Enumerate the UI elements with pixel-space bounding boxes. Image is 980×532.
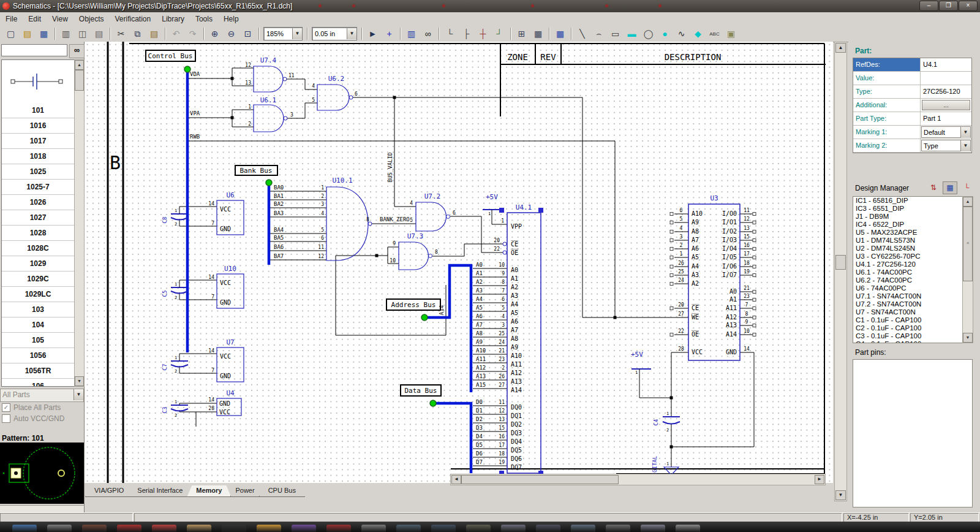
part-field-dropdown[interactable]: Default▼	[921, 126, 971, 138]
sidebar-item-1025-7[interactable]: 1025-7	[2, 180, 74, 195]
sidebar-item-1056TR[interactable]: 1056TR	[2, 363, 74, 379]
parts-filter-dropdown[interactable]: All Parts ▼	[0, 389, 84, 402]
search-input[interactable]	[1, 44, 67, 56]
taskbar-app-icon[interactable]	[606, 525, 630, 532]
design-manager-item[interactable]: U6.1 - 74AC00PC	[853, 268, 963, 276]
components-view-icon[interactable]: ▦	[943, 181, 957, 194]
table-button[interactable]: ▦	[552, 26, 568, 41]
schematic-canvas[interactable]: BZONEREVDESCRIPTIONControl BusBank BusAd…	[85, 42, 833, 483]
taskbar-app-icon[interactable]	[466, 525, 491, 532]
place-all-parts-checkbox[interactable]: ✓	[2, 403, 10, 412]
print-button[interactable]: ▥	[58, 26, 74, 41]
part-field-value[interactable]	[921, 72, 971, 85]
select-button[interactable]: ►	[365, 26, 380, 41]
sidebar-item-1027[interactable]: 1027	[2, 210, 74, 226]
place-bus-connection-button[interactable]: ┼	[475, 26, 491, 41]
taskbar-app-icon[interactable]	[187, 525, 211, 532]
menu-item-tools[interactable]: Tools	[190, 13, 218, 25]
scroll-right-icon[interactable]: ►	[815, 475, 824, 484]
tab-memory[interactable]: Memory	[187, 485, 231, 497]
open-button[interactable]: ▤	[20, 26, 35, 41]
chevron-down-icon[interactable]: ▼	[960, 127, 970, 138]
taskbar-app-icon[interactable]	[152, 525, 176, 532]
undo-button[interactable]: ↶	[168, 26, 184, 41]
taskbar-app-icon[interactable]	[396, 525, 421, 532]
symbols[interactable]	[146, 50, 756, 476]
taskbar-app-icon[interactable]	[292, 525, 316, 532]
scroll-up-icon[interactable]: ▲	[835, 43, 846, 53]
tab-cpu-bus[interactable]: CPU Bus	[259, 485, 305, 497]
scroll-down-icon[interactable]: ▼	[75, 376, 84, 386]
copy-button[interactable]: ⧉	[130, 26, 145, 41]
sidebar-item-104[interactable]: 104	[2, 317, 74, 333]
filled-rectangle-button[interactable]: ▬	[624, 26, 639, 41]
preview-button[interactable]: ◫	[75, 26, 90, 41]
menu-item-edit[interactable]: Edit	[23, 13, 47, 25]
part-field-value[interactable]: 27C256-120	[921, 85, 971, 98]
new-button[interactable]: ▢	[3, 26, 18, 41]
design-manager-item[interactable]: C4 - 0.1uF - CAP100	[853, 340, 963, 343]
cut-button[interactable]: ✂	[113, 26, 129, 41]
close-button[interactable]: ×	[959, 1, 978, 11]
bus-line[interactable]	[424, 265, 471, 392]
auto-vcc-gnd-checkbox[interactable]	[2, 414, 10, 423]
place-hierarchy-button[interactable]: ⊞	[514, 26, 529, 41]
component-list[interactable]: 10110161017101810251025-7102610271028102…	[1, 59, 75, 387]
sidebar-item-1028C[interactable]: 1028C	[2, 241, 74, 256]
design-manager-item[interactable]: U7 - SN74ACT00N	[853, 308, 963, 316]
chevron-down-icon[interactable]: ▼	[292, 28, 302, 39]
taskbar-app-icon[interactable]	[431, 525, 456, 532]
auto-vcc-gnd-row[interactable]: Auto VCC/GND	[2, 414, 64, 423]
sidebar-item-1029[interactable]: 1029	[2, 256, 74, 272]
sidebar-item-1029LC[interactable]: 1029LC	[2, 287, 74, 302]
place-wire-button[interactable]: └	[442, 26, 458, 41]
save-button[interactable]: ▦	[36, 26, 51, 41]
nets-view-icon[interactable]: └	[960, 182, 973, 194]
menu-item-help[interactable]: Help	[218, 13, 244, 25]
zoom-window-button[interactable]: ⊡	[240, 26, 255, 41]
additional-button[interactable]: ...	[922, 100, 970, 110]
sidebar-item-1017[interactable]: 1017	[2, 134, 74, 149]
scroll-left-icon[interactable]: ◄	[451, 475, 461, 484]
design-manager-scrollbar[interactable]: ▲ ≡ ▼	[962, 196, 973, 343]
design-manager-item[interactable]: U6 - 74AC00PC	[853, 284, 963, 292]
design-manager-item[interactable]: U1 - DM74LS573N	[853, 237, 963, 245]
sidebar-item-1016[interactable]: 1016	[2, 118, 74, 134]
find-button[interactable]: ∞	[420, 26, 435, 41]
chevron-down-icon[interactable]: ▼	[960, 140, 970, 151]
sidebar-item-106[interactable]: 106	[2, 379, 74, 387]
scroll-up-icon[interactable]: ▲	[963, 197, 973, 207]
paste-button[interactable]: ▤	[146, 26, 162, 41]
restore-button[interactable]: ❐	[939, 1, 958, 11]
part-field-value[interactable]: Part 1	[921, 112, 971, 125]
canvas-horizontal-scrollbar[interactable]: ◄ ►	[450, 474, 826, 485]
taskbar-app-icon[interactable]	[641, 525, 665, 532]
design-manager-item[interactable]: IC1 - 65816_DIP	[853, 197, 963, 205]
taskbar-app-icon[interactable]	[536, 525, 560, 532]
scroll-thumb[interactable]: ≡	[963, 207, 973, 281]
sidebar-item-1028[interactable]: 1028	[2, 226, 74, 241]
place-pattern-button[interactable]: ▦	[530, 26, 546, 41]
sidebar-item-1018[interactable]: 1018	[2, 149, 74, 164]
scroll-thumb[interactable]	[75, 70, 84, 91]
design-manager-item[interactable]: U7.2 - SN74ACT00N	[853, 300, 963, 308]
place-part-button[interactable]: ▥	[404, 26, 419, 41]
taskbar-app-icon[interactable]	[117, 525, 141, 532]
place-net-port-button[interactable]: ┘	[492, 26, 507, 41]
line-button[interactable]: ╲	[575, 26, 590, 41]
taskbar-app-icon[interactable]	[82, 525, 107, 532]
menu-item-library[interactable]: Library	[156, 13, 190, 25]
taskbar-app-icon[interactable]	[222, 525, 246, 532]
taskbar-app-icon[interactable]	[12, 525, 37, 532]
menu-item-verification[interactable]: Verification	[110, 13, 157, 25]
design-manager-list[interactable]: IC1 - 65816_DIPIC3 - 6551_DIPJ1 - DB9MIC…	[853, 196, 963, 343]
taskbar-app-icon[interactable]	[501, 525, 526, 532]
design-manager-item[interactable]: C3 - 0.1uF - CAP100	[853, 332, 963, 340]
design-manager-item[interactable]: U3 - CY62256-70PC	[853, 253, 963, 260]
ellipse-button[interactable]: ◯	[641, 26, 656, 41]
design-manager-item[interactable]: J1 - DB9M	[853, 213, 963, 221]
rectangle-button[interactable]: ▭	[608, 26, 623, 41]
polyline-button[interactable]: ∿	[674, 26, 689, 41]
part-pins-list[interactable]	[853, 359, 973, 507]
design-manager-item[interactable]: IC4 - 6522_DIP	[853, 221, 963, 229]
